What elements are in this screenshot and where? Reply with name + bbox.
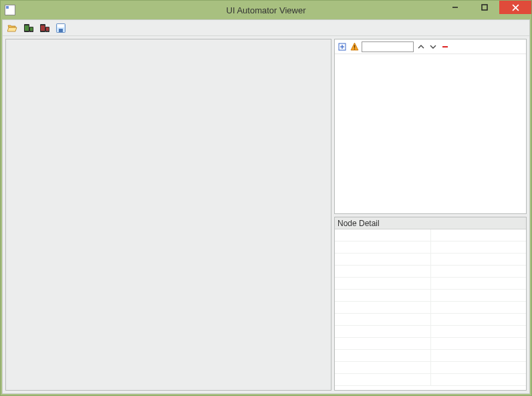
tree-toolbar	[335, 39, 526, 54]
expand-all-icon	[338, 43, 346, 51]
minus-icon	[442, 43, 448, 50]
save-icon	[55, 23, 66, 33]
chevron-up-icon	[418, 43, 424, 50]
svg-point-8	[31, 31, 31, 31]
svg-rect-16	[59, 29, 63, 32]
right-column: Node Detail	[334, 39, 527, 391]
save-button[interactable]	[55, 22, 67, 34]
table-row[interactable]	[335, 229, 526, 241]
table-row[interactable]	[335, 362, 526, 374]
hierarchy-panel	[334, 39, 527, 214]
main-split: Node Detail	[3, 36, 529, 393]
app-window: UI Automator Viewer	[0, 0, 532, 396]
expand-all-button[interactable]	[338, 42, 347, 52]
table-row[interactable]	[335, 254, 526, 266]
svg-rect-1	[482, 5, 487, 10]
svg-rect-10	[41, 25, 45, 31]
svg-rect-12	[46, 27, 49, 31]
screenshot-button[interactable]	[23, 22, 35, 34]
maximize-icon	[481, 4, 488, 11]
node-detail-header: Node Detail	[335, 217, 526, 229]
minimize-icon	[452, 4, 458, 11]
search-prev-button[interactable]	[416, 42, 426, 52]
svg-rect-15	[57, 24, 64, 27]
hierarchy-tree[interactable]	[335, 54, 526, 213]
close-button[interactable]	[499, 1, 531, 14]
close-icon	[512, 4, 519, 11]
table-row[interactable]	[335, 338, 526, 350]
toggle-naf-button[interactable]	[350, 42, 359, 52]
app-icon	[5, 5, 15, 15]
client-area: Node Detail	[2, 19, 530, 394]
main-toolbar	[3, 20, 529, 36]
open-button[interactable]	[7, 22, 19, 34]
table-row[interactable]	[335, 314, 526, 326]
folder-open-icon	[7, 23, 18, 33]
table-row[interactable]	[335, 241, 526, 254]
chevron-down-icon	[430, 43, 436, 50]
screenshot-canvas[interactable]	[5, 39, 331, 391]
device-screenshot-compressed-icon	[39, 23, 50, 33]
warning-triangle-icon	[350, 42, 359, 51]
screenshot-compressed-button[interactable]	[39, 22, 51, 34]
device-screenshot-icon	[23, 23, 34, 33]
search-next-button[interactable]	[428, 42, 438, 52]
svg-point-21	[354, 48, 355, 50]
svg-rect-7	[30, 27, 33, 31]
maximize-button[interactable]	[470, 1, 499, 14]
window-controls	[440, 1, 531, 15]
minimize-button[interactable]	[440, 1, 470, 14]
titlebar[interactable]: UI Automator Viewer	[1, 1, 531, 19]
table-row[interactable]	[335, 278, 526, 290]
node-detail-table[interactable]	[335, 229, 526, 390]
node-detail-panel: Node Detail	[334, 217, 527, 391]
search-clear-button[interactable]	[440, 42, 450, 52]
table-row[interactable]	[335, 290, 526, 302]
search-input[interactable]	[362, 41, 414, 52]
table-row[interactable]	[335, 350, 526, 362]
svg-rect-5	[25, 25, 29, 31]
table-row[interactable]	[335, 326, 526, 338]
table-row[interactable]	[335, 374, 526, 386]
table-row[interactable]	[335, 266, 526, 278]
svg-point-13	[47, 31, 47, 31]
table-row[interactable]	[335, 302, 526, 314]
